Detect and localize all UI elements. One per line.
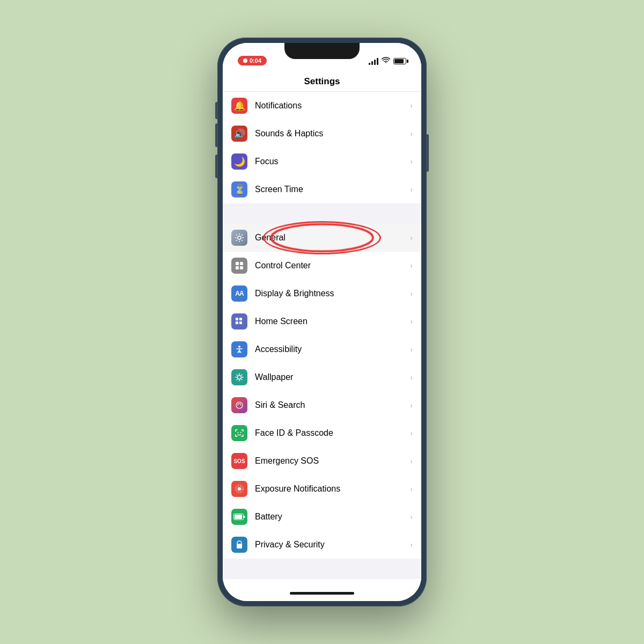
chevron-icon: › [410,457,413,465]
general-label: General [255,233,410,243]
svg-point-21 [238,432,239,433]
sos-label: Emergency SOS [255,456,410,466]
settings-list[interactable]: 🔔 Notifications › 🔊 Sounds & Haptics › 🌙 [223,92,421,585]
svg-rect-16 [236,321,238,324]
status-bar: 0:04 [223,43,421,70]
svg-rect-13 [240,266,243,269]
section-appstore: App Store › [223,579,421,585]
list-item[interactable]: SOS Emergency SOS › [223,447,421,475]
sounds-label: Sounds & Haptics [255,129,410,138]
chevron-icon: › [410,101,413,110]
siri-icon [231,397,247,413]
svg-line-7 [241,235,243,236]
status-icons [369,57,406,65]
chevron-icon: › [410,261,413,270]
chevron-icon: › [410,317,413,326]
chevron-icon: › [410,485,413,493]
chevron-icon: › [410,345,413,354]
list-item[interactable]: Accessibility › [223,335,421,363]
chevron-icon: › [410,129,413,138]
silent-button[interactable] [215,102,217,119]
svg-point-18 [238,346,240,348]
navigation-bar: Settings [223,70,421,92]
battery-label: Battery [255,512,410,522]
section-general: General › [223,224,421,559]
display-label: Display & Brightness [255,289,410,298]
section-divider-2 [223,560,421,579]
home-indicator [223,585,421,601]
volume-down-button[interactable] [215,155,217,178]
sos-icon: SOS [231,453,247,469]
section-notifications: 🔔 Notifications › 🔊 Sounds & Haptics › 🌙 [223,92,421,203]
general-item[interactable]: General › [223,224,421,252]
signal-icon [369,57,378,65]
privacy-icon [231,537,247,553]
svg-point-20 [236,402,243,408]
faceid-icon [231,425,247,441]
siri-label: Siri & Search [255,400,410,410]
control-center-label: Control Center [255,261,410,270]
faceid-label: Face ID & Passcode [255,428,410,438]
home-bar [290,592,354,595]
exposure-label: Exposure Notifications [255,484,410,494]
list-item[interactable]: Siri & Search › [223,391,421,419]
control-center-icon [231,258,247,274]
chevron-icon: › [410,373,413,382]
general-wrapper: General › [223,224,421,252]
list-item[interactable]: App Store › [223,579,421,585]
notch [284,43,360,59]
list-item[interactable]: Home Screen › [223,308,421,335]
svg-point-22 [240,432,241,433]
screen-time-label: Screen Time [255,185,410,194]
exposure-icon [231,481,247,497]
svg-point-19 [238,376,241,379]
accessibility-label: Accessibility [255,345,410,354]
list-item[interactable]: Battery › [223,503,421,531]
svg-rect-12 [236,266,239,269]
record-dot [243,58,247,63]
phone-frame: 0:04 [217,38,427,606]
list-item[interactable]: Wallpaper › [223,363,421,391]
wifi-icon [382,57,390,65]
home-screen-label: Home Screen [255,317,410,326]
accessibility-icon [231,341,247,357]
list-item[interactable]: 🌙 Focus › [223,148,421,175]
svg-rect-27 [235,515,242,519]
notifications-label: Notifications [255,101,410,111]
battery-icon-setting [231,509,247,525]
list-item[interactable]: ⏳ Screen Time › [223,175,421,203]
focus-icon: 🌙 [231,153,247,170]
svg-line-5 [236,235,237,236]
svg-rect-15 [239,318,242,320]
wallpaper-label: Wallpaper [255,372,410,382]
svg-rect-10 [236,262,239,265]
section-divider [223,204,421,224]
list-item[interactable]: 🔊 Sounds & Haptics › [223,120,421,148]
home-screen-icon [231,313,247,330]
list-item[interactable]: Privacy & Security › [223,531,421,559]
list-item[interactable]: AA Display & Brightness › [223,280,421,308]
phone-screen: 0:04 [223,43,421,601]
list-item[interactable]: Face ID & Passcode › [223,419,421,447]
volume-up-button[interactable] [215,123,217,147]
sounds-icon: 🔊 [231,126,247,142]
svg-rect-14 [236,318,238,320]
wallpaper-icon [231,369,247,385]
chevron-icon: › [410,540,413,549]
page-title: Settings [233,76,411,87]
battery-icon [393,58,406,64]
notifications-icon: 🔔 [231,98,247,114]
general-icon [231,230,247,246]
list-item[interactable]: Control Center › [223,252,421,280]
svg-rect-11 [240,262,243,265]
chevron-icon: › [410,185,413,194]
chevron-icon: › [410,233,413,242]
chevron-icon: › [410,289,413,298]
chevron-icon: › [410,401,413,409]
chevron-icon: › [410,157,413,166]
svg-rect-28 [244,516,245,518]
focus-label: Focus [255,157,410,166]
list-item[interactable]: 🔔 Notifications › [223,92,421,120]
svg-line-8 [236,240,237,241]
list-item[interactable]: Exposure Notifications › [223,475,421,503]
